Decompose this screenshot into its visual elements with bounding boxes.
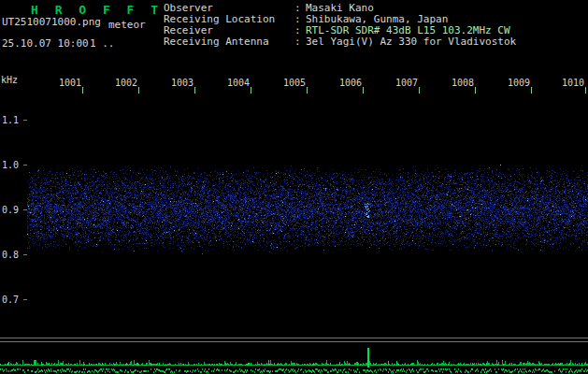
y-tick-label: 0.7 <box>2 295 22 305</box>
y-tick-label: 1.1 <box>2 115 22 125</box>
y-tick-label: 0.8 <box>2 250 22 260</box>
app-title: H R O F F T <box>31 3 163 17</box>
spectrogram-canvas <box>27 86 588 333</box>
observation-mode-label: meteor <box>108 19 146 31</box>
meta-row-antenna: Receiving Antenna:3el Yagi(V) Az 330 for… <box>164 36 516 48</box>
signal-level-canvas <box>0 335 588 374</box>
station-metadata: Observer:Masaki Kano Receiving Location:… <box>164 3 516 48</box>
timestamp: 25.10.07 10:00 <box>2 37 89 50</box>
meta-separator: : <box>294 36 306 48</box>
y-tick-label: 0.9 <box>2 205 22 215</box>
minute-counter: 1 .. <box>90 37 115 50</box>
output-filename: UT2510071000.png <box>2 16 101 28</box>
meta-value: 3el Yagi(V) Az 330 for Vladivostok <box>306 36 516 48</box>
y-axis-unit-label: kHz <box>1 75 18 85</box>
hrofft-screen: H R O F F T UT2510071000.png meteor 25.1… <box>0 0 588 374</box>
meta-label: Receiving Antenna <box>164 36 294 48</box>
y-tick-label: 1.0 <box>2 160 22 170</box>
